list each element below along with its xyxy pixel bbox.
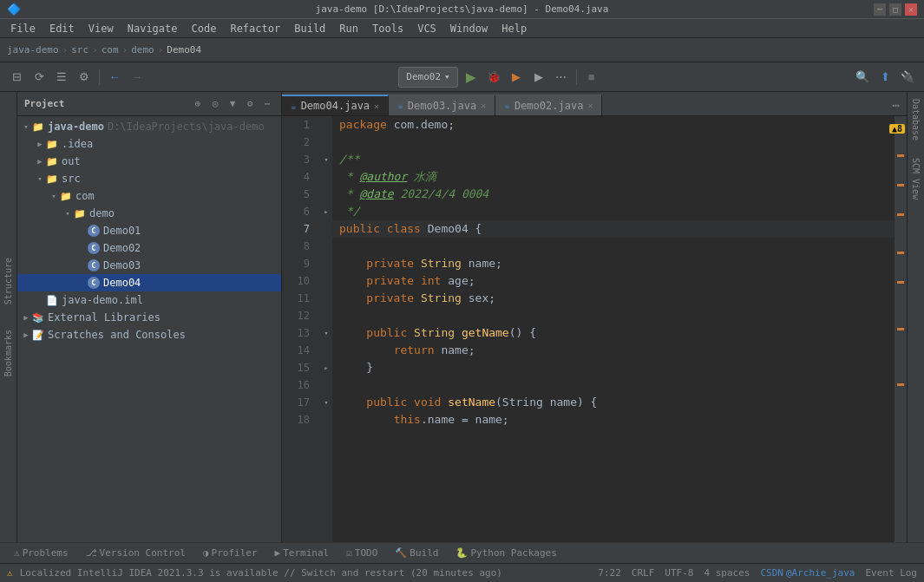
search-btn[interactable]: 🔍 bbox=[853, 68, 872, 87]
menu-code[interactable]: Code bbox=[185, 21, 224, 36]
tree-arrow-out[interactable]: ▶ bbox=[35, 157, 45, 166]
forward-btn[interactable]: → bbox=[128, 68, 147, 87]
panel-settings-btn[interactable]: ⚙ bbox=[243, 97, 257, 111]
tree-arrow-demo[interactable]: ▾ bbox=[62, 209, 73, 218]
bookmarks-tab[interactable]: Bookmarks bbox=[2, 326, 15, 380]
tab-demo04-close[interactable]: ✕ bbox=[374, 101, 379, 111]
back-btn[interactable]: ← bbox=[105, 68, 124, 87]
fold-icon-6[interactable]: ▸ bbox=[324, 207, 328, 216]
tree-item-demo01[interactable]: C Demo01 bbox=[17, 222, 281, 239]
tree-item-ext-libs[interactable]: ▶ 📚 External Libraries bbox=[17, 309, 281, 326]
database-tab[interactable]: Database bbox=[909, 95, 922, 144]
fold-icon-15[interactable]: ▸ bbox=[324, 363, 328, 372]
code-line-11[interactable]: private String sex; bbox=[332, 290, 895, 307]
menu-window[interactable]: Window bbox=[443, 21, 495, 36]
profile-btn[interactable]: ▶ bbox=[529, 68, 548, 87]
tree-item-src[interactable]: ▾ 📁 src bbox=[17, 170, 281, 187]
toolbar-layout-btn[interactable]: ⊟ bbox=[7, 68, 26, 87]
menu-vcs[interactable]: VCS bbox=[410, 21, 443, 36]
menu-view[interactable]: View bbox=[82, 21, 121, 36]
code-line-10[interactable]: private int age; bbox=[332, 272, 895, 290]
tree-item-demo[interactable]: ▾ 📁 demo bbox=[17, 205, 281, 222]
tree-item-out[interactable]: ▶ 📁 out bbox=[17, 153, 281, 170]
breadcrumb-demo[interactable]: demo bbox=[131, 44, 154, 56]
debug-button[interactable]: 🐞 bbox=[484, 68, 503, 87]
problems-tab[interactable]: ⚠ Problems bbox=[7, 544, 75, 563]
menu-file[interactable]: File bbox=[3, 21, 43, 36]
code-line-9[interactable]: private String name; bbox=[332, 255, 895, 272]
code-line-14[interactable]: return name; bbox=[332, 342, 895, 359]
run-config-selector[interactable]: Demo02 ▾ bbox=[398, 67, 457, 88]
tree-arrow-idea[interactable]: ▶ bbox=[35, 140, 45, 148]
run-with-coverage-btn[interactable]: ▶ bbox=[507, 68, 526, 87]
more-run-btn[interactable]: ⋯ bbox=[552, 68, 571, 87]
csdn-link[interactable]: CSDN @Archie_java bbox=[760, 567, 855, 579]
settings-btn-2[interactable]: ⬆ bbox=[875, 68, 895, 87]
tab-demo03-close[interactable]: ✕ bbox=[481, 101, 486, 110]
tree-item-idea[interactable]: ▶ 📁 .idea bbox=[17, 135, 281, 153]
tree-item-demo02[interactable]: C Demo02 bbox=[17, 239, 281, 257]
build-tab[interactable]: 🔨 Build bbox=[388, 544, 445, 563]
profiler-tab[interactable]: ◑ Profiler bbox=[196, 544, 265, 563]
menu-edit[interactable]: Edit bbox=[43, 21, 82, 36]
code-line-2[interactable] bbox=[332, 134, 895, 151]
fold-6[interactable]: ▸ bbox=[320, 203, 332, 220]
todo-tab[interactable]: ☑ TODO bbox=[339, 544, 384, 563]
tab-demo03[interactable]: ☕ Demo03.java ✕ bbox=[389, 95, 495, 115]
scm-view-tab[interactable]: SCM View bbox=[909, 154, 922, 203]
tree-arrow-src[interactable]: ▾ bbox=[35, 174, 45, 183]
code-line-8[interactable] bbox=[332, 238, 895, 255]
code-line-12[interactable] bbox=[332, 307, 895, 324]
toolbar-settings-btn[interactable]: ⚙ bbox=[75, 68, 94, 87]
menu-build[interactable]: Build bbox=[287, 21, 332, 36]
tab-demo02-close[interactable]: ✕ bbox=[587, 101, 593, 110]
code-line-15[interactable]: } bbox=[332, 359, 895, 376]
tree-item-java-demo[interactable]: ▾ 📁 java-demo D:\IdeaProjects\java-demo bbox=[17, 118, 281, 135]
version-control-tab[interactable]: ⎇ Version Control bbox=[79, 544, 193, 563]
maximize-button[interactable]: □ bbox=[889, 3, 901, 16]
plugin-btn[interactable]: 🔌 bbox=[898, 68, 917, 87]
tree-item-iml[interactable]: 📄 java-demo.iml bbox=[17, 291, 281, 309]
tree-arrow-ext-libs[interactable]: ▶ bbox=[21, 313, 31, 322]
code-line-4[interactable]: * @author 水滴 bbox=[332, 168, 895, 186]
cursor-position[interactable]: 7:22 bbox=[598, 567, 621, 579]
line-ending[interactable]: CRLF bbox=[632, 567, 655, 579]
tab-demo02[interactable]: ☕ Demo02.java ✕ bbox=[495, 95, 602, 115]
collapse-all-btn[interactable]: ▼ bbox=[226, 97, 239, 111]
tree-item-demo03[interactable]: C Demo03 bbox=[17, 257, 281, 274]
tree-arrow-java-demo[interactable]: ▾ bbox=[21, 122, 31, 131]
scroll-from-source-btn[interactable]: ◎ bbox=[208, 97, 222, 111]
fold-icon-17[interactable]: ▾ bbox=[324, 398, 328, 407]
run-button[interactable]: ▶ bbox=[462, 68, 481, 87]
code-line-16[interactable] bbox=[332, 376, 895, 394]
structure-tab[interactable]: Structure bbox=[2, 254, 15, 308]
fold-icon-13[interactable]: ▾ bbox=[324, 329, 328, 337]
menu-run[interactable]: Run bbox=[332, 21, 365, 36]
menu-help[interactable]: Help bbox=[495, 21, 534, 36]
code-content[interactable]: package com.demo; /** * @author 水滴 * @da… bbox=[332, 116, 895, 542]
event-log[interactable]: Event Log bbox=[865, 567, 917, 579]
window-controls[interactable]: ─ □ ✕ bbox=[874, 3, 917, 16]
code-line-18[interactable]: this.name = name; bbox=[332, 411, 895, 428]
terminal-tab[interactable]: ▶ Terminal bbox=[268, 544, 337, 563]
tab-demo04[interactable]: ☕ Demo04.java ✕ bbox=[282, 95, 389, 115]
add-btn[interactable]: ⊕ bbox=[191, 97, 205, 111]
tree-arrow-com[interactable]: ▾ bbox=[49, 192, 59, 200]
toolbar-list-btn[interactable]: ☰ bbox=[52, 68, 71, 87]
breadcrumb-root[interactable]: java-demo bbox=[7, 44, 59, 56]
code-line-13[interactable]: public String getName() { bbox=[332, 324, 895, 342]
fold-icon-3[interactable]: ▾ bbox=[324, 155, 328, 164]
menu-navigate[interactable]: Navigate bbox=[121, 21, 185, 36]
tree-item-com[interactable]: ▾ 📁 com bbox=[17, 187, 281, 205]
menu-tools[interactable]: Tools bbox=[365, 21, 410, 36]
menu-refactor[interactable]: Refactor bbox=[223, 21, 287, 36]
code-line-1[interactable]: package com.demo; bbox=[332, 116, 895, 134]
breadcrumb-current[interactable]: Demo04 bbox=[167, 44, 201, 56]
code-line-5[interactable]: * @date 2022/4/4 0004 bbox=[332, 186, 895, 203]
fold-17[interactable]: ▾ bbox=[320, 394, 332, 411]
code-line-3[interactable]: /** bbox=[332, 151, 895, 168]
breadcrumb-src[interactable]: src bbox=[71, 44, 88, 56]
code-line-6[interactable]: */ bbox=[332, 203, 895, 220]
right-scroll-panel[interactable]: ▲8 bbox=[895, 116, 907, 542]
stop-btn[interactable]: ■ bbox=[582, 68, 601, 87]
